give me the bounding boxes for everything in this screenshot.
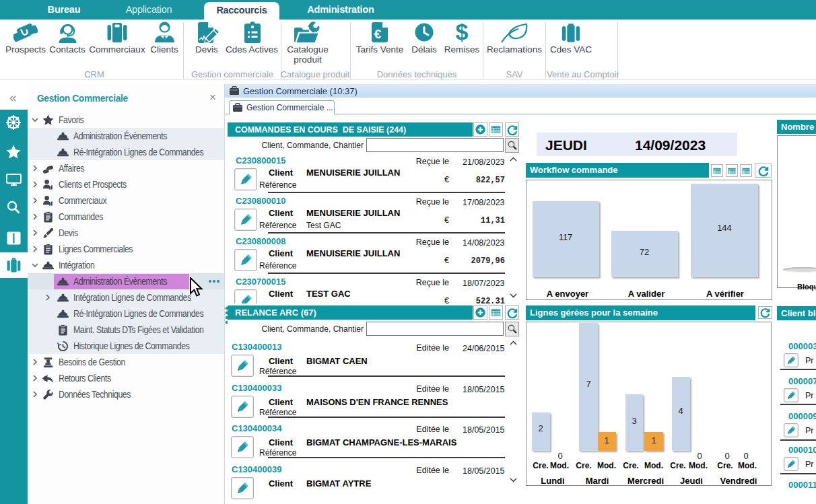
svg-text:€: €	[374, 27, 382, 41]
